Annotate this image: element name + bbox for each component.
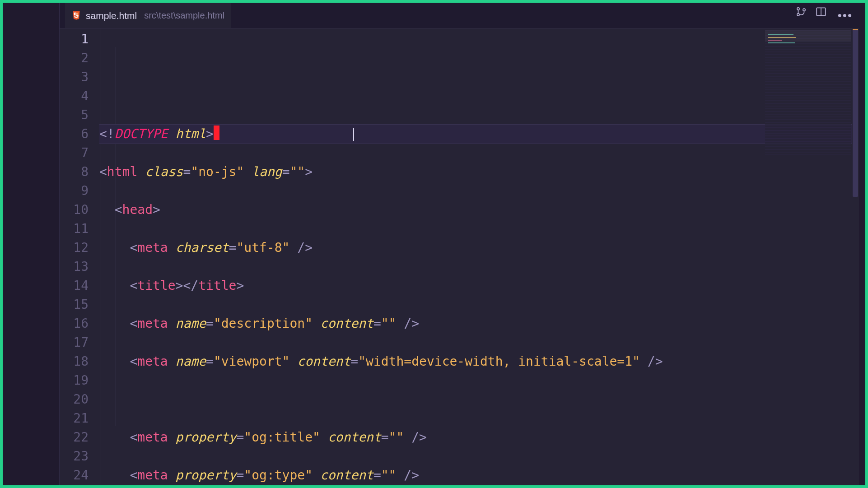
- caret-icon: [353, 128, 354, 141]
- line-number[interactable]: 17: [60, 333, 89, 352]
- line-number[interactable]: 13: [60, 257, 89, 276]
- line-number[interactable]: 8: [60, 163, 89, 181]
- line-number[interactable]: 6: [60, 125, 89, 144]
- line-number[interactable]: 19: [60, 371, 89, 390]
- line-number[interactable]: 18: [60, 352, 89, 371]
- more-actions-icon[interactable]: •••: [835, 9, 855, 21]
- text-cursor: [214, 125, 219, 140]
- line-number[interactable]: 2: [60, 49, 89, 68]
- code-line[interactable]: <meta name="description" content="" />: [99, 314, 859, 333]
- left-gap: [3, 3, 56, 485]
- vertical-scrollbar[interactable]: [852, 28, 859, 485]
- line-number[interactable]: 16: [60, 314, 89, 333]
- code-area[interactable]: <!DOCTYPE html> <html class="no-js" lang…: [99, 28, 859, 485]
- line-number[interactable]: 21: [60, 409, 89, 428]
- code-line[interactable]: <meta charset="utf-8" />: [99, 238, 859, 257]
- scrollbar-thumb[interactable]: [853, 30, 858, 197]
- line-number[interactable]: 11: [60, 219, 89, 238]
- version-control-icon[interactable]: [795, 3, 807, 28]
- html5-icon: [71, 10, 81, 20]
- code-line[interactable]: <html class="no-js" lang="">: [99, 163, 859, 181]
- code-line[interactable]: [99, 390, 859, 409]
- code-line[interactable]: <meta name="viewport" content="width=dev…: [99, 352, 859, 371]
- code-line[interactable]: <meta property="og:type" content="" />: [99, 466, 859, 485]
- line-number[interactable]: 7: [60, 144, 89, 163]
- line-number[interactable]: 22: [60, 428, 89, 447]
- code-line[interactable]: <meta property="og:title" content="" />: [99, 428, 859, 447]
- tab-bar: sample.html src\test\sample.html •••: [60, 3, 859, 28]
- tab-sample-html[interactable]: sample.html src\test\sample.html: [65, 3, 231, 28]
- line-number[interactable]: 5: [60, 106, 89, 125]
- tab-file-path: src\test\sample.html: [144, 11, 224, 20]
- right-gap: [859, 3, 865, 485]
- code-line[interactable]: <title></title>: [99, 276, 859, 295]
- editor-body: 1 2 3 4 5 6 7 8 9 10 11 12 13 14 15 16 1…: [60, 28, 859, 485]
- svg-point-2: [803, 9, 805, 11]
- line-number[interactable]: 9: [60, 181, 89, 200]
- line-number[interactable]: 3: [60, 68, 89, 87]
- line-number[interactable]: 15: [60, 295, 89, 314]
- editor-actions: •••: [795, 3, 855, 28]
- line-number[interactable]: 25: [60, 485, 89, 488]
- line-number[interactable]: 1: [60, 30, 89, 49]
- line-number-gutter: 1 2 3 4 5 6 7 8 9 10 11 12 13 14 15 16 1…: [60, 28, 99, 485]
- svg-point-0: [797, 8, 799, 10]
- tab-file-name: sample.html: [86, 11, 137, 20]
- minimap-viewport[interactable]: [765, 30, 851, 42]
- line-number[interactable]: 23: [60, 447, 89, 466]
- minimap[interactable]: [765, 30, 851, 156]
- line-number[interactable]: 4: [60, 87, 89, 106]
- split-editor-icon[interactable]: [815, 3, 827, 28]
- line-number[interactable]: 20: [60, 390, 89, 409]
- line-number[interactable]: 14: [60, 276, 89, 295]
- line-number[interactable]: 10: [60, 200, 89, 219]
- code-line[interactable]: <!DOCTYPE html>: [99, 125, 859, 144]
- line-number[interactable]: 24: [60, 466, 89, 485]
- line-number[interactable]: 12: [60, 238, 89, 257]
- svg-point-1: [797, 14, 799, 16]
- editor-pane: sample.html src\test\sample.html ••• 1 2…: [59, 3, 859, 485]
- app-window: sample.html src\test\sample.html ••• 1 2…: [0, 0, 868, 488]
- code-line[interactable]: <head>: [99, 200, 859, 219]
